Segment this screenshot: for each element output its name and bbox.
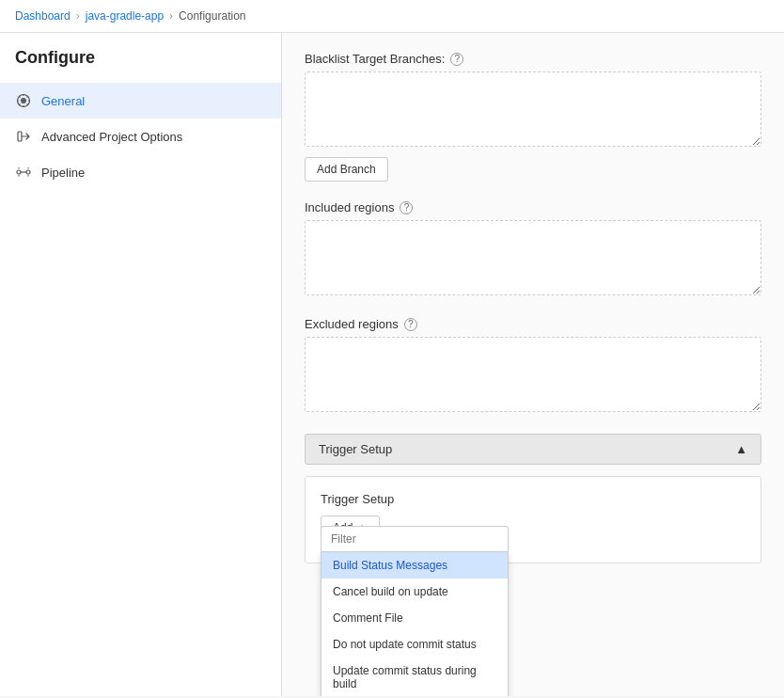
pipeline-icon [15,164,32,181]
sidebar: Configure General Ad [0,33,282,696]
dropdown-list: Build Status Messages Cancel build on up… [321,552,509,696]
breadcrumb-dashboard[interactable]: Dashboard [15,9,71,23]
breadcrumb-sep-1: › [76,9,80,23]
dropdown-item-build-status[interactable]: Build Status Messages [321,552,508,579]
excluded-regions-label: Excluded regions ? [305,317,761,331]
breadcrumb: Dashboard › java-gradle-app › Configurat… [0,0,784,33]
excluded-regions-section: Excluded regions ? [305,317,761,415]
add-branch-button[interactable]: Add Branch [305,157,388,182]
included-regions-section: Included regions ? [305,200,761,298]
chevron-up-icon: ▲ [735,442,747,456]
sidebar-item-advanced[interactable]: Advanced Project Options [0,119,281,154]
main-content: Blacklist Target Branches: ? Add Branch … [282,33,784,696]
trigger-setup-body: Trigger Setup Add ▲ Build Status Message… [305,476,761,563]
excluded-regions-textarea[interactable] [305,337,761,412]
sidebar-item-general-label: General [41,94,85,108]
blacklist-help-icon[interactable]: ? [450,53,463,66]
advanced-icon [15,128,32,145]
breadcrumb-current: Configuration [179,9,245,23]
blacklist-textarea[interactable] [305,71,761,147]
blacklist-section: Blacklist Target Branches: ? Add Branch [305,52,761,182]
dropdown-item-update-commit[interactable]: Update commit status during build [321,658,508,696]
included-regions-help-icon[interactable]: ? [400,201,413,214]
svg-point-4 [26,170,30,174]
breadcrumb-sep-2: › [169,9,173,23]
trigger-setup-header-label: Trigger Setup [319,442,392,456]
sidebar-item-pipeline[interactable]: Pipeline [0,154,281,190]
svg-point-3 [17,170,21,174]
dropdown-item-comment-file[interactable]: Comment File [321,605,508,631]
main-layout: Configure General Ad [0,33,784,696]
dropdown-item-no-update-commit[interactable]: Do not update commit status [321,631,508,658]
blacklist-label: Blacklist Target Branches: ? [305,52,761,66]
included-regions-label: Included regions ? [305,200,761,214]
included-regions-textarea[interactable] [305,220,761,295]
breadcrumb-project[interactable]: java-gradle-app [86,9,164,23]
sidebar-item-pipeline-label: Pipeline [41,166,85,180]
trigger-dropdown: Build Status Messages Cancel build on up… [321,526,509,696]
dropdown-item-cancel-build[interactable]: Cancel build on update [321,579,508,605]
trigger-setup-body-label: Trigger Setup [321,492,745,506]
trigger-setup-header[interactable]: Trigger Setup ▲ [305,434,761,465]
gear-icon [15,92,32,109]
excluded-regions-help-icon[interactable]: ? [404,318,417,331]
filter-input[interactable] [321,526,509,552]
svg-rect-2 [18,132,22,141]
sidebar-title: Configure [0,48,281,83]
sidebar-item-advanced-label: Advanced Project Options [41,130,182,144]
sidebar-item-general[interactable]: General [0,83,281,119]
